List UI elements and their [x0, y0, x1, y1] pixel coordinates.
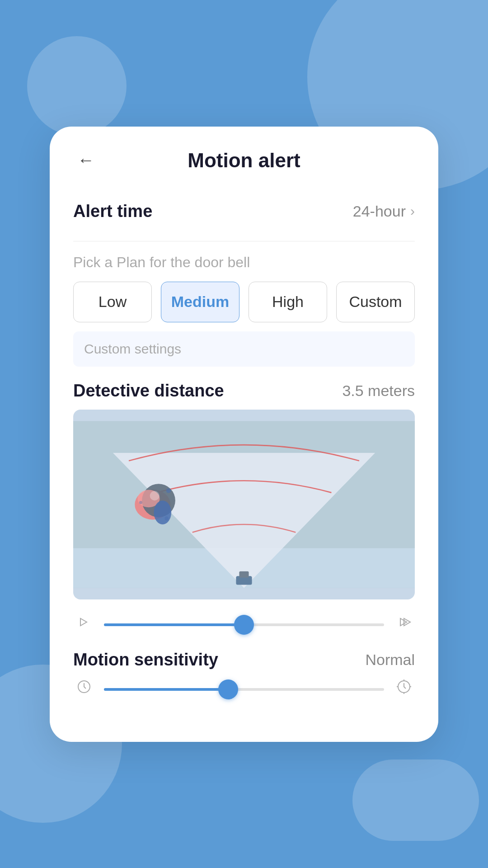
- svg-point-8: [154, 500, 171, 524]
- distance-min-icon: [73, 614, 95, 634]
- motion-sensitivity-header: Motion sensitivity Normal: [73, 650, 415, 670]
- bg-decoration-4: [27, 36, 127, 136]
- svg-point-9: [150, 491, 160, 500]
- detection-visual: [73, 410, 415, 599]
- motion-sensitivity-value: Normal: [365, 651, 415, 669]
- sensitivity-min-icon: [73, 679, 95, 698]
- plan-buttons-group: Low Medium High Custom: [73, 282, 415, 322]
- custom-settings-section: Custom settings: [73, 331, 415, 367]
- bg-decoration-3: [352, 760, 479, 841]
- alert-time-chevron: ›: [410, 203, 415, 219]
- svg-rect-4: [239, 571, 249, 577]
- distance-slider-container[interactable]: [104, 620, 384, 628]
- alert-time-value: 24-hour: [353, 203, 406, 220]
- motion-sensitivity-title: Motion sensitivity: [73, 650, 218, 670]
- sensitivity-max-icon: [393, 679, 415, 698]
- detection-svg: [73, 410, 415, 599]
- back-button[interactable]: ←: [73, 148, 99, 173]
- detective-distance-title: Detective distance: [73, 381, 224, 401]
- svg-point-11: [139, 501, 142, 504]
- distance-slider-row: [73, 614, 415, 634]
- detective-distance-value: 3.5 meters: [342, 382, 415, 400]
- svg-point-12: [164, 516, 169, 520]
- alert-time-label: Alert time: [73, 202, 152, 221]
- page-title: Motion alert: [188, 149, 300, 172]
- distance-slider[interactable]: [104, 623, 384, 626]
- svg-marker-13: [80, 618, 87, 626]
- header: ← Motion alert: [73, 149, 415, 172]
- alert-time-row[interactable]: Alert time 24-hour ›: [73, 194, 415, 228]
- sensitivity-slider[interactable]: [104, 688, 384, 691]
- custom-settings-label: Custom settings: [84, 341, 181, 356]
- plan-btn-low[interactable]: Low: [73, 282, 152, 322]
- main-card: ← Motion alert Alert time 24-hour › Pick…: [50, 127, 438, 742]
- back-icon: ←: [77, 151, 94, 170]
- detective-distance-header: Detective distance 3.5 meters: [73, 381, 415, 401]
- plan-btn-medium[interactable]: Medium: [161, 282, 239, 322]
- divider-1: [73, 241, 415, 241]
- alert-time-value-group: 24-hour ›: [353, 203, 415, 220]
- svg-point-10: [166, 488, 171, 493]
- plan-btn-high[interactable]: High: [249, 282, 327, 322]
- sensitivity-slider-row: [73, 679, 415, 698]
- plan-subtitle: Pick a Plan for the door bell: [73, 254, 415, 271]
- sensitivity-slider-container[interactable]: [104, 684, 384, 693]
- plan-btn-custom[interactable]: Custom: [336, 282, 415, 322]
- distance-max-icon: [393, 614, 415, 634]
